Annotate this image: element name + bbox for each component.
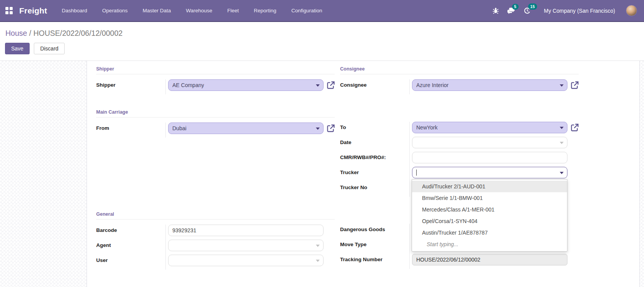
consignee-label: Consignee [340, 79, 409, 88]
nav-item-0[interactable]: Dashboard [62, 6, 87, 15]
breadcrumb-current: HOUSE/2022/06/12/00002 [33, 29, 123, 37]
messages-badge: 5 [512, 4, 519, 10]
trucker-input[interactable] [412, 167, 567, 178]
date-label: Date [340, 137, 409, 145]
breadcrumb: House / HOUSE/2022/06/12/00002 [5, 29, 644, 38]
nav-item-4[interactable]: Fleet [227, 6, 239, 15]
dropdown-option-4[interactable]: Austin/Trucker 1/AE878787 [412, 227, 567, 238]
barcode-input[interactable]: 93929231 [168, 225, 324, 236]
user-input[interactable] [168, 255, 324, 266]
app-title[interactable]: Freight [19, 6, 47, 15]
cmr-input[interactable] [412, 152, 567, 163]
text-cursor [416, 170, 417, 176]
nav-menu: DashboardOperationsMaster DataWarehouseF… [62, 6, 322, 15]
caret-down-icon[interactable] [560, 84, 564, 87]
nav-item-5[interactable]: Reporting [254, 6, 277, 15]
apps-grid-icon[interactable] [5, 7, 13, 14]
nav-item-3[interactable]: Warehouse [186, 6, 212, 15]
dropdown-option-1[interactable]: Bmw/Serie 1/1-BMW-001 [412, 192, 567, 204]
section-title-shipper: Shipper [96, 66, 335, 74]
from-label: From [96, 123, 165, 131]
consignee-input[interactable]: Azure Interior [412, 79, 567, 91]
caret-down-icon[interactable] [316, 84, 320, 87]
caret-down-icon[interactable] [316, 128, 320, 130]
user-avatar[interactable] [626, 5, 637, 16]
field-row-agent: Agent [96, 240, 335, 255]
section-general: General Barcode 93929231 Agent [96, 211, 335, 270]
field-row-tracking-number: Tracking Number HOUSE/2022/06/12/00002 [340, 254, 579, 269]
field-row-user: User [96, 255, 335, 270]
nav-item-1[interactable]: Operations [102, 6, 128, 15]
company-switcher[interactable]: My Company (San Francisco) [544, 8, 615, 14]
form-view-background: Shipper Shipper AE Company [0, 60, 644, 287]
activities-clock-icon[interactable]: 15 [524, 7, 531, 14]
section-shipper: Shipper Shipper AE Company [96, 66, 335, 94]
dropdown-option-3[interactable]: Opel/Corsa/1-SYN-404 [412, 215, 567, 227]
shipper-input[interactable]: AE Company [168, 79, 324, 91]
field-row-from: From Dubai [96, 123, 335, 138]
breadcrumb-separator: / [29, 29, 31, 37]
caret-down-icon[interactable] [560, 127, 564, 129]
from-input[interactable]: Dubai [168, 123, 324, 134]
trucker-dropdown-options: Audi/Trucker 2/1-AUD-001Bmw/Serie 1/1-BM… [412, 181, 567, 238]
user-label: User [96, 255, 165, 263]
external-link-icon[interactable] [571, 81, 579, 89]
messages-icon[interactable]: 5 [507, 7, 515, 14]
dangerous-goods-label: Dangerous Goods [340, 224, 409, 232]
section-main-carriage: Main Carriage From Dubai [96, 109, 335, 138]
field-row-date: Date [340, 137, 579, 152]
field-row-to: To NewYork [340, 122, 579, 137]
dropdown-option-2[interactable]: Mercedes/Class A/1-MER-001 [412, 204, 567, 215]
field-row-cmr: CMR/RWB#/PRO#: [340, 152, 579, 167]
external-link-icon[interactable] [571, 123, 579, 132]
agent-input[interactable] [168, 240, 324, 251]
breadcrumb-parent-link[interactable]: House [5, 29, 27, 37]
field-row-shipper: Shipper AE Company [96, 79, 335, 94]
tracking-number-label: Tracking Number [340, 254, 409, 262]
to-label: To [340, 122, 409, 130]
to-input[interactable]: NewYork [412, 122, 567, 133]
navbar-right: 5 15 My Company (San Francisco) [484, 5, 639, 16]
nav-item-2[interactable]: Master Data [143, 6, 171, 15]
trucker-label: Trucker [340, 167, 409, 175]
activities-badge: 15 [528, 3, 537, 10]
caret-down-icon[interactable] [316, 260, 320, 262]
control-panel: House / HOUSE/2022/06/12/00002 Save Disc… [0, 22, 644, 60]
dropdown-option-0[interactable]: Audi/Trucker 2/1-AUD-001 [412, 181, 567, 192]
discard-button[interactable]: Discard [34, 43, 64, 54]
section-title-consignee: Consignee [340, 66, 579, 74]
debug-bug-icon[interactable] [492, 7, 499, 14]
top-navbar: Freight DashboardOperationsMaster DataWa… [0, 0, 644, 22]
section-consignee: Consignee Consignee Azure Interior [340, 66, 579, 94]
save-button[interactable]: Save [5, 43, 30, 54]
agent-label: Agent [96, 240, 165, 248]
cmr-label: CMR/RWB#/PRO#: [340, 152, 409, 160]
caret-down-icon[interactable] [560, 172, 564, 174]
field-row-barcode: Barcode 93929231 [96, 225, 335, 240]
trucker-dropdown: Audi/Trucker 2/1-AUD-001Bmw/Serie 1/1-BM… [412, 179, 567, 252]
barcode-label: Barcode [96, 225, 165, 233]
nav-item-6[interactable]: Configuration [291, 6, 322, 15]
move-type-label: Move Type [340, 239, 409, 247]
section-title-general: General [96, 211, 335, 220]
form-sheet: Shipper Shipper AE Company [87, 61, 640, 287]
field-row-consignee: Consignee Azure Interior [340, 79, 579, 94]
external-link-icon[interactable] [327, 124, 335, 133]
tracking-number-input[interactable]: HOUSE/2022/06/12/00002 [412, 254, 567, 265]
shipper-label: Shipper [96, 79, 165, 88]
dropdown-start-typing-hint[interactable]: Start typing... [412, 238, 567, 250]
caret-down-icon[interactable] [316, 245, 320, 247]
caret-down-icon[interactable] [560, 142, 564, 144]
trucker-no-label: Trucker No [340, 182, 409, 190]
section-title-main-carriage: Main Carriage [96, 109, 335, 117]
external-link-icon[interactable] [327, 81, 335, 89]
date-input[interactable] [412, 137, 567, 148]
